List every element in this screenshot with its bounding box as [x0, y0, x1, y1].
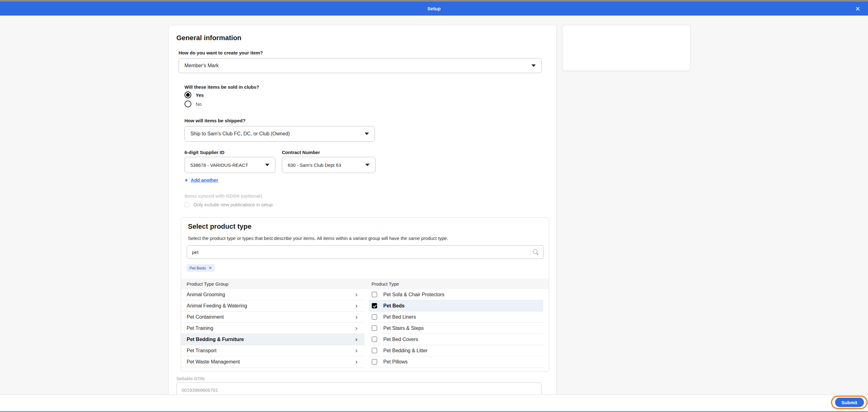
- shipping-select-value: Ship to Sam's Club FC, DC, or Club (Owne…: [190, 131, 361, 137]
- product-type-search-input[interactable]: [192, 249, 532, 255]
- type-label: Pet Bed Liners: [383, 314, 416, 320]
- create-item-question-label: How do you want to create your item?: [179, 50, 263, 55]
- type-column-header: Product Type: [371, 281, 399, 287]
- supplier-id-select[interactable]: 538678 - VARIOUS-REACT: [185, 157, 275, 173]
- type-row-pet-bed-liners[interactable]: Pet Bed Liners: [369, 312, 543, 323]
- group-row-animal-grooming[interactable]: Animal Grooming ›: [181, 289, 365, 300]
- type-label: Pet Sofa & Chair Protectors: [383, 292, 444, 297]
- chip-label: Pet Beds: [189, 266, 206, 270]
- product-type-group-list: Animal Grooming › Animal Feeding & Water…: [181, 289, 365, 367]
- create-item-select-value: Member's Mark: [185, 63, 528, 68]
- submit-button[interactable]: Submit: [835, 398, 864, 407]
- close-icon[interactable]: ✕: [855, 6, 860, 11]
- product-type-table-header: Product Type Group Product Type: [181, 278, 549, 289]
- type-row-pet-stairs-steps[interactable]: Pet Stairs & Steps: [369, 323, 543, 334]
- chevron-down-icon: [365, 164, 370, 166]
- checkbox-unchecked-icon[interactable]: [372, 348, 377, 353]
- checkbox-unchecked-icon[interactable]: [185, 202, 189, 207]
- general-information-heading: General information: [177, 34, 241, 42]
- group-row-pet-bedding-furniture[interactable]: Pet Bedding & Furniture ›: [181, 334, 365, 345]
- type-label: Pet Stairs & Steps: [383, 325, 424, 331]
- product-type-list: Pet Sofa & Chair Protectors Pet Beds Pet…: [369, 289, 543, 367]
- product-type-description: Select the product type or types that be…: [188, 236, 448, 241]
- radio-option-no-label: No: [196, 101, 202, 107]
- gdsn-publications-checkbox-row[interactable]: Only include new publications in setup: [185, 202, 273, 207]
- radio-unselected-icon: [185, 100, 191, 107]
- sold-in-clubs-label: Will these items be sold in clubs?: [185, 84, 259, 90]
- type-label: Pet Bedding & Litter: [383, 348, 428, 353]
- supplier-id-select-value: 538678 - VARIOUS-REACT: [190, 163, 261, 168]
- plus-icon: +: [185, 177, 188, 183]
- checkbox-unchecked-icon[interactable]: [372, 292, 377, 297]
- type-row-pet-bedding-litter[interactable]: Pet Bedding & Litter: [369, 345, 543, 356]
- group-label: Pet Bedding & Furniture: [187, 337, 355, 342]
- footer-bar: Submit: [0, 394, 868, 411]
- type-row-pet-bed-covers[interactable]: Pet Bed Covers: [369, 334, 543, 345]
- product-type-search: [187, 245, 544, 259]
- type-row-pet-sofa-chair-protectors[interactable]: Pet Sofa & Chair Protectors: [369, 289, 543, 300]
- contract-number-label: Contract Number: [282, 150, 320, 155]
- group-row-pet-containment[interactable]: Pet Containment ›: [181, 312, 365, 323]
- group-label: Pet Training: [187, 325, 355, 331]
- chevron-down-icon: [531, 64, 536, 67]
- group-row-pet-waste-management[interactable]: Pet Waste Management ›: [181, 356, 365, 367]
- checkbox-unchecked-icon[interactable]: [372, 314, 377, 320]
- radio-option-yes-label: Yes: [196, 92, 204, 98]
- contract-number-select-value: 630 - Sam's Club Dept 63: [288, 163, 362, 168]
- radio-option-yes[interactable]: Yes: [185, 91, 204, 98]
- radio-option-no[interactable]: No: [185, 100, 202, 107]
- group-row-animal-feeding-watering[interactable]: Animal Feeding & Watering ›: [181, 300, 365, 312]
- chevron-down-icon: [265, 164, 270, 166]
- add-another-link[interactable]: + Add another: [185, 177, 218, 183]
- group-label: Pet Transport: [187, 348, 355, 353]
- supplier-id-label: 6-digit Supplier ID: [185, 150, 224, 155]
- group-label: Pet Waste Management: [187, 359, 355, 365]
- group-label: Animal Feeding & Watering: [187, 303, 355, 309]
- chip-close-icon[interactable]: ✕: [209, 266, 212, 270]
- summary-panel: [562, 25, 691, 71]
- chevron-down-icon: [365, 133, 369, 135]
- type-row-pet-beds[interactable]: Pet Beds: [369, 300, 543, 312]
- type-label: Pet Pillows: [383, 359, 408, 365]
- group-column-header: Product Type Group: [187, 281, 365, 287]
- type-label: Pet Beds: [383, 303, 404, 309]
- group-label: Pet Containment: [187, 314, 355, 320]
- gdsn-section-label: Items synced with GDSN (optional): [185, 193, 262, 199]
- product-type-card: Select product type Select the product t…: [181, 217, 549, 372]
- type-row-pet-pillows[interactable]: Pet Pillows: [369, 356, 543, 367]
- group-label: Animal Grooming: [187, 292, 355, 297]
- create-item-select[interactable]: Member's Mark: [179, 58, 541, 73]
- search-icon[interactable]: [532, 249, 538, 255]
- setup-form-card: General information How do you want to c…: [168, 25, 557, 412]
- checkbox-unchecked-icon[interactable]: [372, 337, 377, 342]
- contract-number-select[interactable]: 630 - Sam's Club Dept 63: [282, 157, 375, 173]
- selected-type-chip[interactable]: Pet Beds ✕: [187, 264, 215, 272]
- checkbox-unchecked-icon[interactable]: [372, 359, 377, 364]
- shipping-select[interactable]: Ship to Sam's Club FC, DC, or Club (Owne…: [185, 126, 375, 142]
- type-label: Pet Bed Covers: [383, 337, 418, 342]
- checkbox-unchecked-icon[interactable]: [372, 325, 377, 331]
- page-title: Setup: [428, 6, 441, 11]
- shipping-question-label: How will items be shipped?: [185, 118, 245, 123]
- group-row-pet-transport[interactable]: Pet Transport ›: [181, 345, 365, 356]
- sellable-gtin-label: Sellable GTIN: [177, 376, 205, 381]
- submit-highlight-ring: Submit: [831, 395, 868, 409]
- product-type-heading: Select product type: [188, 223, 251, 231]
- group-row-pet-training[interactable]: Pet Training ›: [181, 323, 365, 334]
- gdsn-checkbox-label: Only include new publications in setup: [193, 202, 273, 207]
- radio-selected-icon: [185, 91, 191, 98]
- checkbox-checked-icon[interactable]: [372, 303, 377, 308]
- add-another-label: Add another: [191, 177, 218, 183]
- setup-titlebar: Setup ✕: [0, 2, 868, 16]
